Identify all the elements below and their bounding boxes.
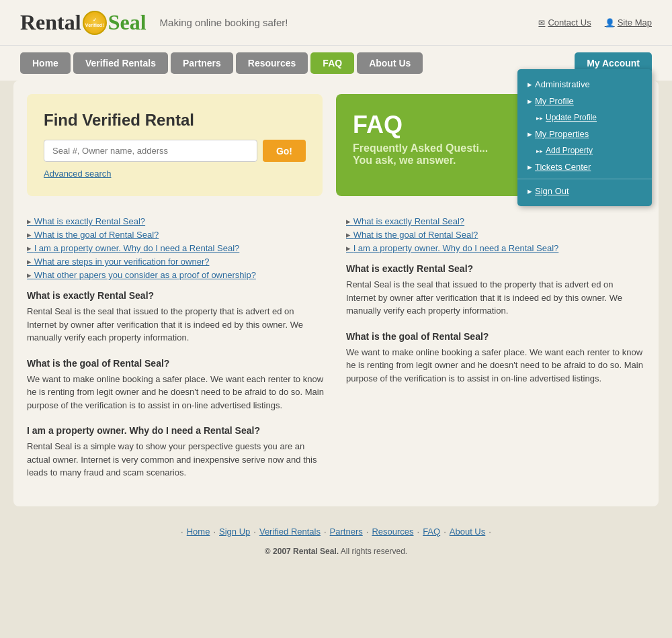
- faq-link-left-1[interactable]: What is the goal of Rental Seal?: [27, 230, 326, 240]
- footer: · Home · Sign Up · Verified Rentals · Pa…: [0, 513, 672, 569]
- logo-seal-text: Seal: [108, 10, 146, 35]
- footer-link-about-us[interactable]: About Us: [450, 527, 485, 537]
- tagline: Making online booking safer!: [160, 17, 288, 28]
- faq-section-title: What is the goal of Rental Seal?: [27, 358, 326, 369]
- faq-section-title: What is the goal of Rental Seal?: [346, 331, 645, 342]
- dropdown-update-profile[interactable]: Update Profile: [517, 109, 652, 126]
- faq-link-right-2[interactable]: I am a property owner. Why do I need a R…: [346, 243, 645, 253]
- nav-item-verified-rentals[interactable]: Verified Rentals: [73, 52, 168, 74]
- header-links: ✉ Contact Us 👤 Site Map: [538, 17, 652, 28]
- copyright-text: © 2007 Rental Seal. All rights reserved.: [13, 547, 659, 556]
- go-button[interactable]: Go!: [263, 140, 306, 162]
- faq-link-left-2[interactable]: I am a property owner. Why do I need a R…: [27, 243, 326, 253]
- faq-section-left-2: I am a property owner. Why do I need a R…: [27, 425, 326, 480]
- footer-dot: ·: [253, 527, 256, 537]
- dropdown-sign-out[interactable]: Sign Out: [517, 183, 652, 199]
- chevron-icon: [528, 79, 535, 89]
- site-map-link[interactable]: 👤 Site Map: [605, 17, 652, 28]
- footer-link-signup[interactable]: Sign Up: [219, 527, 250, 537]
- dropdown-my-properties[interactable]: My Properties: [517, 126, 652, 142]
- sub-chevron-icon: [536, 113, 546, 122]
- nav-item-faq[interactable]: FAQ: [310, 52, 354, 74]
- nav-item-about-us[interactable]: About Us: [357, 52, 423, 74]
- header: Rental ✓Verified! Seal Making online boo…: [0, 0, 672, 46]
- footer-link-faq[interactable]: FAQ: [423, 527, 440, 537]
- faq-section-title: What is exactly Rental Seal?: [27, 290, 326, 301]
- faq-left-col: What is exactly Rental Seal? What is the…: [27, 216, 326, 493]
- footer-dot: ·: [213, 527, 216, 537]
- account-dropdown: Administrative My Profile Update Profile…: [517, 69, 652, 206]
- verified-text: ✓Verified!: [85, 17, 104, 28]
- faq-section-body: Rental Seal is the seal that issued to t…: [346, 278, 645, 318]
- faq-link-left-3[interactable]: What are steps in your verification for …: [27, 257, 326, 267]
- footer-dot: ·: [489, 527, 491, 537]
- logo: Rental ✓Verified! Seal Making online boo…: [20, 10, 288, 35]
- footer-link-home[interactable]: Home: [187, 527, 210, 537]
- footer-dot: ·: [444, 527, 446, 537]
- chevron-icon: [528, 129, 535, 139]
- my-account-wrapper: My Account Administrative My Profile Upd…: [575, 57, 652, 69]
- nav-left: Home Verified Rentals Partners Resources…: [20, 52, 423, 74]
- dropdown-my-profile[interactable]: My Profile: [517, 93, 652, 109]
- logo-rental-text: Rental: [20, 10, 81, 35]
- chevron-icon: [528, 96, 535, 106]
- faq-section-body: Rental Seal is the seal that issued to t…: [27, 305, 326, 345]
- nav-item-home[interactable]: Home: [20, 52, 71, 74]
- chevron-icon: [528, 162, 535, 172]
- faq-section-title: I am a property owner. Why do I need a R…: [27, 425, 326, 436]
- faq-section-right-1: What is the goal of Rental Seal? We want…: [346, 331, 645, 385]
- faq-link-left-0[interactable]: What is exactly Rental Seal?: [27, 216, 326, 226]
- faq-right-col: What is exactly Rental Seal? What is the…: [346, 216, 645, 493]
- faq-link-left-4[interactable]: What other papers you consider as a proo…: [27, 270, 326, 280]
- chevron-icon: [528, 186, 535, 196]
- dropdown-tickets-center[interactable]: Tickets Center: [517, 158, 652, 175]
- dropdown-administrative[interactable]: Administrative: [517, 76, 652, 93]
- dropdown-separator: [517, 179, 652, 179]
- faq-section-body: Rental Seal is a simple way to show your…: [27, 440, 326, 480]
- footer-dot: ·: [324, 527, 327, 537]
- find-box-title: Find Verified Rental: [44, 111, 306, 130]
- sub-chevron-icon: [536, 146, 546, 155]
- footer-dot: ·: [181, 527, 183, 537]
- faq-section-body: We want to make online booking a safer p…: [27, 373, 326, 412]
- faq-section-left-0: What is exactly Rental Seal? Rental Seal…: [27, 290, 326, 345]
- contact-us-link[interactable]: ✉ Contact Us: [538, 17, 591, 28]
- footer-dot: ·: [417, 527, 420, 537]
- dropdown-add-property[interactable]: Add Property: [517, 142, 652, 158]
- faq-section-body: We want to make online booking a safer p…: [346, 346, 645, 385]
- nav-item-partners[interactable]: Partners: [171, 52, 233, 74]
- footer-nav: · Home · Sign Up · Verified Rentals · Pa…: [13, 527, 659, 537]
- faq-links-left: What is exactly Rental Seal? What is the…: [27, 216, 326, 280]
- logo-badge: ✓Verified!: [83, 11, 107, 35]
- email-icon: ✉: [538, 18, 545, 28]
- nav-item-resources[interactable]: Resources: [236, 52, 308, 74]
- map-icon: 👤: [605, 18, 615, 28]
- footer-link-resources[interactable]: Resources: [372, 527, 413, 537]
- find-verified-rental-box: Find Verified Rental Go! Advanced search: [27, 94, 323, 196]
- faq-section-left-1: What is the goal of Rental Seal? We want…: [27, 358, 326, 412]
- nav-wrapper: Home Verified Rentals Partners Resources…: [0, 46, 672, 81]
- faq-link-right-1[interactable]: What is the goal of Rental Seal?: [346, 230, 645, 240]
- faq-section-right-0: What is exactly Rental Seal? Rental Seal…: [346, 263, 645, 318]
- advanced-search-link[interactable]: Advanced search: [44, 169, 111, 179]
- faq-link-right-0[interactable]: What is exactly Rental Seal?: [346, 216, 645, 226]
- footer-dot: ·: [366, 527, 369, 537]
- search-row: Go!: [44, 140, 306, 162]
- search-input[interactable]: [44, 140, 257, 162]
- footer-link-partners[interactable]: Partners: [330, 527, 363, 537]
- footer-link-verified-rentals[interactable]: Verified Rentals: [259, 527, 321, 537]
- faq-section-title: What is exactly Rental Seal?: [346, 263, 645, 274]
- faq-content-area: What is exactly Rental Seal? What is the…: [13, 210, 659, 506]
- faq-links-right: What is exactly Rental Seal? What is the…: [346, 216, 645, 253]
